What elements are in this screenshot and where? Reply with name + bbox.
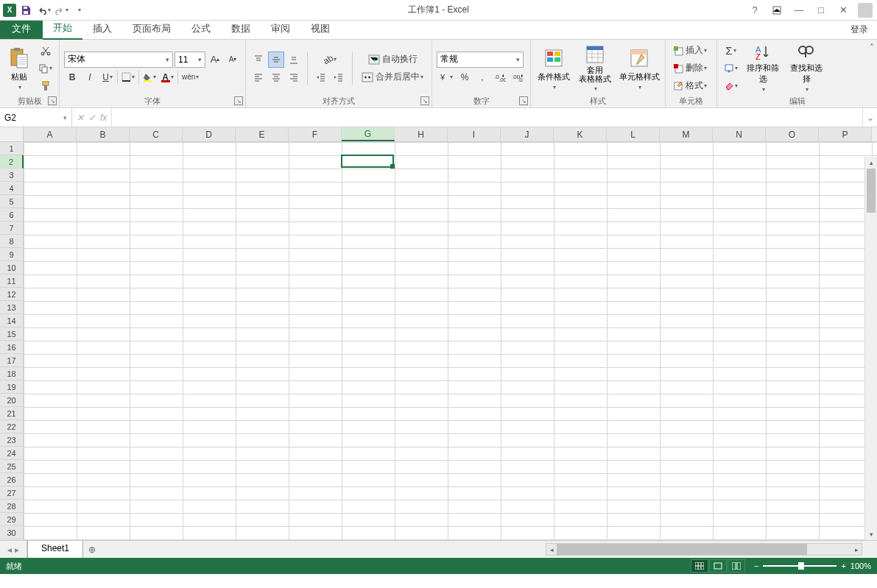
accounting-button[interactable]: ¥▾	[437, 69, 455, 85]
fill-color-button[interactable]: ▾	[141, 69, 158, 85]
fx-button[interactable]: fx	[100, 113, 107, 123]
cell-styles-button[interactable]: 单元格样式▾	[618, 44, 661, 93]
column-header-K[interactable]: K	[554, 127, 607, 141]
align-middle-button[interactable]	[268, 52, 284, 68]
scroll-down-button[interactable]: ▾	[865, 528, 877, 540]
cancel-formula-button[interactable]: ✕	[77, 113, 84, 123]
row-header-4[interactable]: 4	[0, 182, 24, 195]
number-launcher[interactable]: ↘	[519, 96, 528, 105]
horizontal-scroll-thumb[interactable]	[557, 544, 807, 555]
zoom-out-button[interactable]: −	[754, 562, 758, 570]
row-header-21[interactable]: 21	[0, 407, 24, 420]
name-box[interactable]: G2	[0, 108, 72, 127]
tab-data[interactable]: 数据	[221, 19, 261, 39]
column-header-F[interactable]: F	[289, 127, 342, 141]
redo-button[interactable]: ▾	[53, 2, 69, 18]
save-button[interactable]	[18, 2, 34, 18]
find-select-button[interactable]: 查找和选择▾	[786, 44, 827, 93]
tab-review[interactable]: 审阅	[261, 19, 300, 39]
cells-area[interactable]	[24, 142, 877, 540]
align-right-button[interactable]	[286, 69, 302, 85]
maximize-button[interactable]: □	[811, 3, 831, 18]
row-header-20[interactable]: 20	[0, 394, 24, 407]
tab-insert[interactable]: 插入	[82, 19, 122, 39]
fill-button[interactable]: ▾	[722, 60, 740, 77]
orientation-button[interactable]: ab▾	[313, 52, 347, 68]
tab-formulas[interactable]: 公式	[181, 19, 221, 39]
font-launcher[interactable]: ↘	[234, 96, 243, 105]
sheet-prev-button[interactable]: ◂	[7, 545, 12, 555]
comma-button[interactable]: ,	[474, 69, 490, 85]
increase-decimal-button[interactable]: .0.00	[492, 69, 508, 85]
minimize-button[interactable]: —	[789, 3, 809, 18]
row-header-29[interactable]: 29	[0, 513, 24, 526]
italic-button[interactable]: I	[82, 69, 98, 85]
user-avatar[interactable]	[858, 3, 873, 18]
column-header-O[interactable]: O	[766, 127, 819, 141]
sheet-tab-sheet1[interactable]: Sheet1	[27, 541, 83, 558]
decrease-indent-button[interactable]	[313, 69, 329, 85]
row-header-22[interactable]: 22	[0, 420, 24, 433]
vertical-scroll-thumb[interactable]	[867, 169, 876, 213]
collapse-ribbon-button[interactable]: ˄	[870, 43, 874, 53]
row-header-6[interactable]: 6	[0, 208, 24, 222]
new-sheet-button[interactable]: ⊕	[83, 541, 101, 558]
zoom-thumb[interactable]	[798, 562, 804, 570]
font-name-combo[interactable]: 宋体	[64, 52, 173, 68]
column-header-M[interactable]: M	[660, 127, 713, 141]
row-header-25[interactable]: 25	[0, 460, 24, 473]
enter-formula-button[interactable]: ✓	[88, 113, 96, 123]
paste-button[interactable]: 粘贴▾	[4, 44, 34, 93]
format-painter-button[interactable]	[36, 78, 54, 94]
row-header-11[interactable]: 11	[0, 274, 24, 288]
column-header-P[interactable]: P	[819, 127, 872, 141]
column-header-G[interactable]: G	[342, 127, 395, 141]
formula-input[interactable]	[112, 108, 862, 127]
delete-cells-button[interactable]: 删除▾	[670, 60, 710, 77]
row-header-12[interactable]: 12	[0, 288, 24, 301]
page-break-view-button[interactable]	[728, 559, 745, 573]
undo-button[interactable]: ▾	[35, 2, 52, 18]
column-header-A[interactable]: A	[24, 127, 77, 141]
clipboard-launcher[interactable]: ↘	[48, 96, 57, 105]
tab-view[interactable]: 视图	[300, 19, 340, 39]
page-layout-view-button[interactable]	[709, 559, 727, 573]
sort-filter-button[interactable]: AZ 排序和筛选▾	[742, 44, 783, 93]
cut-button[interactable]	[36, 43, 54, 59]
column-header-I[interactable]: I	[448, 127, 501, 141]
file-tab[interactable]: 文件	[0, 19, 43, 39]
underline-button[interactable]: U▾	[99, 69, 116, 85]
row-header-15[interactable]: 15	[0, 327, 24, 341]
horizontal-scrollbar[interactable]: ◂ ▸	[546, 543, 862, 556]
autosum-button[interactable]: Σ▾	[722, 43, 740, 59]
tab-page-layout[interactable]: 页面布局	[122, 19, 181, 39]
row-header-3[interactable]: 3	[0, 169, 24, 182]
column-header-H[interactable]: H	[395, 127, 448, 141]
row-header-30[interactable]: 30	[0, 526, 24, 539]
column-header-N[interactable]: N	[713, 127, 766, 141]
copy-button[interactable]: ▾	[36, 60, 54, 77]
row-header-27[interactable]: 27	[0, 486, 24, 500]
font-size-combo[interactable]: 11	[175, 52, 205, 68]
conditional-format-button[interactable]: 条件格式▾	[535, 44, 572, 93]
normal-view-button[interactable]	[691, 559, 708, 573]
row-header-17[interactable]: 17	[0, 354, 24, 367]
column-header-C[interactable]: C	[130, 127, 183, 141]
percent-button[interactable]: %	[457, 69, 473, 85]
row-header-24[interactable]: 24	[0, 447, 24, 460]
scroll-right-button[interactable]: ▸	[851, 544, 862, 555]
row-header-2[interactable]: 2	[0, 155, 24, 169]
bold-button[interactable]: B	[64, 69, 80, 85]
scroll-up-button[interactable]: ▴	[865, 157, 877, 169]
row-header-16[interactable]: 16	[0, 341, 24, 354]
merge-center-button[interactable]: 合并后居中▾	[358, 69, 427, 85]
format-as-table-button[interactable]: 套用 表格格式▾	[574, 44, 616, 93]
expand-formula-bar-button[interactable]: ⌄	[862, 108, 877, 127]
column-header-B[interactable]: B	[77, 127, 130, 141]
row-header-18[interactable]: 18	[0, 367, 24, 380]
scroll-left-button[interactable]: ◂	[546, 544, 557, 555]
row-header-13[interactable]: 13	[0, 301, 24, 314]
ribbon-options-button[interactable]	[767, 3, 787, 18]
row-header-9[interactable]: 9	[0, 248, 24, 261]
row-header-8[interactable]: 8	[0, 235, 24, 248]
